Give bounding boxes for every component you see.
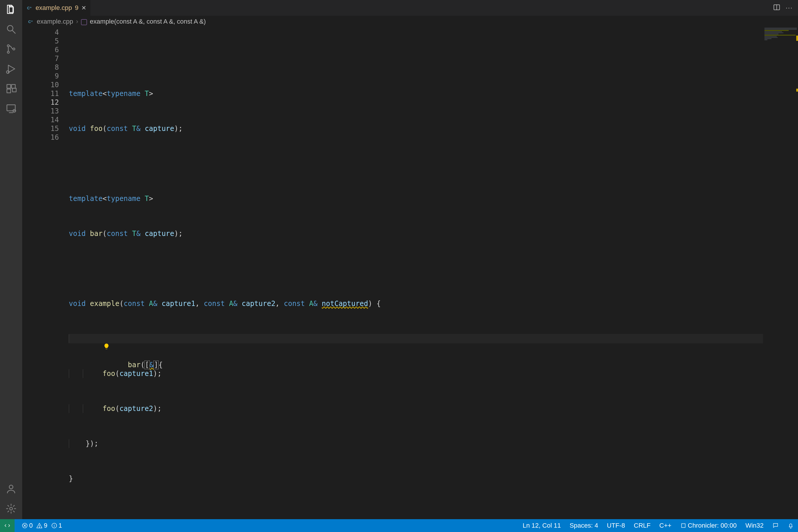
status-bar: 0 9 1 Ln 12, Col 11 Spaces: 4 UTF-8 CRLF… <box>0 519 798 532</box>
close-icon[interactable]: ✕ <box>81 4 86 12</box>
workbench: example.cpp 9 ✕ ··· example.cpp › exampl… <box>0 0 798 519</box>
editor-actions: ··· <box>773 0 798 16</box>
minimap-warning-marker <box>796 89 798 92</box>
line-number: 9 <box>22 72 59 80</box>
code-line[interactable]: template<typename T> <box>69 194 798 203</box>
info-icon <box>51 522 57 529</box>
line-number: 4 <box>22 28 59 37</box>
symbol-method-icon <box>81 19 87 25</box>
source-control-icon[interactable] <box>5 43 17 55</box>
feedback-icon[interactable] <box>771 522 780 529</box>
warning-count: 9 <box>44 522 47 529</box>
code-line[interactable]: } <box>69 474 798 483</box>
line-number: 16 <box>22 133 59 142</box>
svg-point-0 <box>7 25 13 31</box>
activity-bar <box>0 0 22 519</box>
editor-group: example.cpp 9 ✕ ··· example.cpp › exampl… <box>22 0 798 519</box>
line-number: 13 <box>22 107 59 115</box>
code-line[interactable] <box>69 159 798 168</box>
info-count: 1 <box>59 522 62 529</box>
chronicler-label: Chronicler: 00:00 <box>688 522 737 529</box>
line-number: 12 <box>22 98 59 107</box>
svg-rect-7 <box>7 89 11 93</box>
tabs-row: example.cpp 9 ✕ ··· <box>22 0 798 16</box>
cpp-file-icon <box>27 18 34 25</box>
code-line[interactable]: bar([&]{ <box>69 334 798 343</box>
code-line[interactable]: void example(const A& capture1, const A&… <box>69 299 798 308</box>
error-count: 0 <box>29 522 33 529</box>
svg-rect-17 <box>682 524 685 528</box>
encoding-status[interactable]: UTF-8 <box>605 522 627 529</box>
line-number: 7 <box>22 54 59 63</box>
code-editor[interactable]: 4 5 6 7 8 9 10 11 12 13 14 15 16 templat… <box>22 27 798 519</box>
line-number: 5 <box>22 37 59 45</box>
explorer-icon[interactable] <box>5 3 17 15</box>
lightbulb-icon[interactable] <box>53 334 59 341</box>
svg-rect-8 <box>13 88 16 92</box>
remote-icon <box>4 522 11 529</box>
minimap[interactable] <box>763 27 798 519</box>
code-line[interactable]: void foo(const T& capture); <box>69 124 798 133</box>
eol-status[interactable]: CRLF <box>632 522 652 529</box>
accounts-icon[interactable] <box>5 483 17 495</box>
svg-rect-9 <box>7 105 16 111</box>
code-line[interactable]: foo(capture2); <box>69 404 798 413</box>
svg-point-11 <box>10 485 13 489</box>
code-line[interactable]: void bar(const T& capture); <box>69 229 798 238</box>
record-icon <box>680 522 687 529</box>
remote-explorer-icon[interactable] <box>5 103 17 114</box>
line-number: 8 <box>22 63 59 72</box>
notifications-icon[interactable] <box>786 522 796 529</box>
line-number: 14 <box>22 115 59 124</box>
svg-rect-5 <box>7 84 11 88</box>
line-number-gutter: 4 5 6 7 8 9 10 11 12 13 14 15 16 <box>22 27 69 519</box>
line-number: 11 <box>22 89 59 98</box>
settings-gear-icon[interactable] <box>5 503 17 514</box>
svg-rect-6 <box>12 84 16 88</box>
line-number: 10 <box>22 80 59 89</box>
code-line[interactable]: template<typename T> <box>69 89 798 98</box>
svg-point-15 <box>39 527 40 527</box>
warning-icon <box>36 522 43 529</box>
tab-filename: example.cpp <box>36 4 72 12</box>
code-line[interactable]: }); <box>69 439 798 448</box>
code-line[interactable] <box>69 54 798 63</box>
svg-point-12 <box>10 507 13 510</box>
breadcrumb-file[interactable]: example.cpp <box>37 18 73 25</box>
extensions-icon[interactable] <box>5 83 17 95</box>
remote-indicator[interactable] <box>0 519 15 532</box>
split-editor-icon[interactable] <box>773 3 780 12</box>
more-actions-icon[interactable]: ··· <box>786 4 793 12</box>
search-icon[interactable] <box>5 23 17 35</box>
language-mode[interactable]: C++ <box>658 522 673 529</box>
error-icon <box>22 522 28 529</box>
line-number: 15 <box>22 124 59 133</box>
problems-status[interactable]: 0 9 1 <box>20 522 64 529</box>
minimap-cursor-marker <box>796 36 798 41</box>
host-status[interactable]: Win32 <box>744 522 765 529</box>
code-line[interactable]: foo(capture1); <box>69 369 798 378</box>
code-line[interactable] <box>69 264 798 273</box>
breadcrumbs[interactable]: example.cpp › example(const A &, const A… <box>22 16 798 27</box>
code-content[interactable]: template<typename T> void foo(const T& c… <box>69 27 798 519</box>
cpp-file-icon <box>26 5 33 11</box>
chevron-right-icon: › <box>76 18 78 25</box>
indentation-status[interactable]: Spaces: 4 <box>568 522 600 529</box>
cursor-position[interactable]: Ln 12, Col 11 <box>521 522 563 529</box>
breadcrumb-symbol[interactable]: example(const A &, const A &, const A &) <box>90 18 206 25</box>
tab-dirty-count: 9 <box>75 4 78 12</box>
line-number: 6 <box>22 45 59 54</box>
run-debug-icon[interactable] <box>5 63 17 75</box>
tab-example-cpp[interactable]: example.cpp 9 ✕ <box>22 0 91 16</box>
chronicler-status[interactable]: Chronicler: 00:00 <box>679 522 739 529</box>
